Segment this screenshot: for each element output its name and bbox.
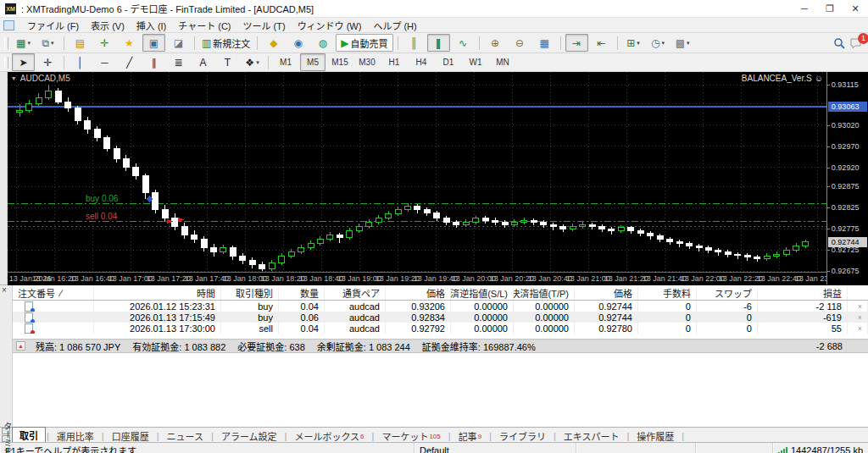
text-button[interactable]: A: [192, 53, 214, 71]
fibonacci-button[interactable]: ≣: [167, 53, 190, 71]
column-header-3[interactable]: 数量: [279, 285, 325, 300]
strategy-tester-button[interactable]: ◪: [167, 34, 190, 52]
order-row[interactable]: 2026.01.13 17:30:00sell0.04audcad0.92792…: [13, 323, 868, 334]
vline-button[interactable]: │: [69, 53, 92, 71]
menu-item-5[interactable]: ウィンドウ (W): [292, 18, 368, 33]
profiles-button[interactable]: ⧉▾: [36, 34, 59, 52]
timeframe-h1-button[interactable]: H1: [381, 53, 407, 71]
metaquotes-button[interactable]: ◉: [287, 34, 309, 52]
column-header-1[interactable]: 時間: [94, 285, 221, 300]
buy-arrow[interactable]: [146, 196, 153, 202]
tab-メールボックス[interactable]: メールボックス6: [287, 428, 370, 442]
column-header-8[interactable]: 価格: [575, 285, 638, 300]
time-axis[interactable]: 13 Jan 202613 Jan 16:2013 Jan 16:4013 Ja…: [8, 272, 868, 285]
toolbar-separator: [268, 56, 269, 69]
chart-symbol-label[interactable]: ▼ AUDCAD,M5: [11, 74, 70, 83]
column-header-5[interactable]: 価格: [386, 285, 451, 300]
candlestick-button[interactable]: ❚: [427, 34, 450, 52]
search-icon[interactable]: [833, 37, 845, 49]
tab-操作履歴[interactable]: 操作履歴: [630, 428, 681, 442]
periods-button[interactable]: ◷▾: [647, 34, 670, 52]
close-order-button[interactable]: ×: [848, 323, 868, 334]
tab-マーケット[interactable]: マーケット105: [375, 428, 447, 442]
menu-item-3[interactable]: チャート (C): [172, 18, 236, 33]
close-order-button[interactable]: ×: [848, 312, 868, 323]
channel-button[interactable]: ∥: [142, 53, 165, 71]
arrows-button[interactable]: ❖▾: [241, 53, 264, 71]
column-header-6[interactable]: 決済逆指値(S/L): [451, 285, 514, 300]
tab-運用比率[interactable]: 運用比率: [50, 428, 101, 442]
timeframe-m30-button[interactable]: M30: [354, 53, 380, 71]
column-header-11[interactable]: 損益: [758, 285, 848, 300]
community-button[interactable]: ◍: [311, 34, 334, 52]
timeframe-h4-button[interactable]: H4: [409, 53, 434, 71]
price-axis[interactable]: 0.931150.930200.929700.929200.928750.928…: [826, 72, 868, 285]
hline-button[interactable]: ─: [93, 53, 116, 71]
column-header-0[interactable]: 注文番号 ∕: [13, 285, 94, 300]
column-header-4[interactable]: 通貨ペア: [325, 285, 386, 300]
zoom-out-button[interactable]: ⊖: [509, 34, 531, 52]
status-profile[interactable]: Default: [415, 443, 576, 453]
line-chart-button[interactable]: ∿: [452, 34, 475, 52]
menu-item-1[interactable]: 表示 (V): [85, 18, 131, 33]
menu-item-4[interactable]: ツール (T): [237, 18, 292, 33]
toolbar-grip[interactable]: [4, 37, 8, 49]
navigator-button[interactable]: ★: [118, 34, 141, 52]
tab-ライブラリ[interactable]: ライブラリ: [492, 428, 553, 442]
chart-collapse-icon[interactable]: ▼: [11, 75, 17, 81]
indicators-button[interactable]: ⊞▾: [622, 34, 645, 52]
market-watch-button[interactable]: ▤: [69, 34, 92, 52]
close-order-button[interactable]: ×: [848, 301, 868, 312]
trendline-button[interactable]: ╱: [118, 53, 141, 71]
terminal-button[interactable]: ▣: [142, 34, 165, 52]
minimize-button[interactable]: ─: [792, 1, 817, 17]
cursor-button[interactable]: ➤: [12, 53, 35, 71]
menu-item-0[interactable]: ファイル (F): [21, 18, 85, 33]
chart-shift-button[interactable]: ⇤: [590, 34, 613, 52]
order-row[interactable]: 2026.01.12 15:23:31buy0.04audcad0.932060…: [13, 301, 868, 312]
notifications-icon[interactable]: 1: [850, 37, 863, 49]
child-window-icon[interactable]: [3, 20, 14, 30]
tile-windows-button[interactable]: ▦: [533, 34, 556, 52]
timeframe-m1-button[interactable]: M1: [273, 53, 298, 71]
indicator-label[interactable]: BALANCEA_Ver.S ☺: [742, 74, 823, 83]
chart-plot[interactable]: buy 0.06sell 0.04 ▼ AUDCAD,M5 BALANCEA_V…: [8, 72, 826, 285]
indicator-smiley-icon[interactable]: ☺: [815, 74, 823, 83]
menu-item-2[interactable]: 挿入 (I): [131, 18, 172, 33]
maximize-button[interactable]: ❐: [817, 1, 843, 17]
order-row[interactable]: 2026.01.13 17:15:49buy0.06audcad0.928340…: [13, 312, 868, 323]
new-chart-button[interactable]: ▦▾: [12, 34, 35, 52]
data-window-button[interactable]: ✛: [93, 34, 116, 52]
close-button[interactable]: ✕: [843, 1, 868, 17]
column-header-9[interactable]: 手数料: [638, 285, 697, 300]
column-header-2[interactable]: 取引種別: [221, 285, 279, 300]
tab-ニュース[interactable]: ニュース: [160, 428, 210, 442]
bar-chart-button[interactable]: ║: [403, 34, 426, 52]
metaeditor-button[interactable]: ◆: [262, 34, 285, 52]
buy-line-label: buy 0.06: [86, 194, 119, 203]
timeframe-mn-button[interactable]: MN: [490, 53, 515, 71]
tab-アラーム設定[interactable]: アラーム設定: [214, 428, 284, 442]
autotrade-button[interactable]: ▶自動売買: [336, 34, 392, 52]
tab-口座履歴[interactable]: 口座履歴: [105, 428, 156, 442]
candle-body: [502, 223, 508, 225]
column-header-7[interactable]: 決済指値(T/P): [514, 285, 575, 300]
tab-エキスパート[interactable]: エキスパート: [557, 428, 626, 442]
label-button[interactable]: T: [216, 53, 239, 71]
crosshair-button[interactable]: ✛: [36, 53, 59, 71]
timeframe-m5-button[interactable]: M5: [300, 53, 326, 71]
column-header-10[interactable]: スワップ: [697, 285, 758, 300]
menu-item-6[interactable]: ヘルプ (H): [367, 18, 422, 33]
timeframe-m15-button[interactable]: M15: [327, 53, 353, 71]
tab-取引[interactable]: 取引: [12, 427, 46, 442]
timeframe-w1-button[interactable]: W1: [463, 53, 488, 71]
new-order-button[interactable]: ▥新規注文: [199, 34, 253, 52]
toolbar-grip[interactable]: [4, 57, 8, 69]
tab-記事[interactable]: 記事9: [452, 428, 488, 442]
zoom-in-button[interactable]: ⊕: [484, 34, 507, 52]
templates-button[interactable]: ▩▾: [671, 34, 694, 52]
new-chart-icon: ▦: [16, 38, 25, 48]
terminal-close-icon[interactable]: ×: [2, 286, 7, 295]
auto-scroll-button[interactable]: ⇥: [565, 34, 588, 52]
timeframe-d1-button[interactable]: D1: [436, 53, 461, 71]
